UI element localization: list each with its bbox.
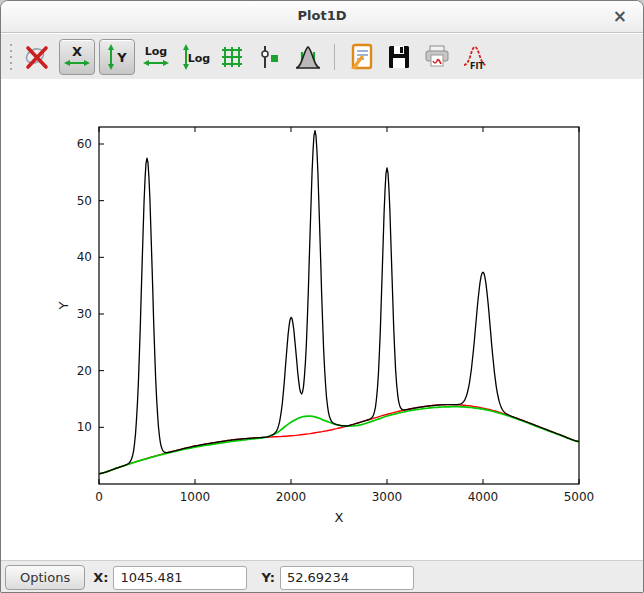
- grid-toggle-button[interactable]: [215, 39, 249, 75]
- svg-text:1000: 1000: [180, 490, 211, 504]
- floppy-save-icon: [384, 42, 414, 72]
- statusbar: Options X: Y:: [1, 560, 643, 593]
- toggle-points-button[interactable]: [253, 39, 287, 75]
- svg-text:60: 60: [77, 137, 92, 151]
- window-title: Plot1D: [1, 8, 643, 23]
- y-log-button[interactable]: Log: [177, 39, 211, 75]
- svg-text:30: 30: [77, 307, 92, 321]
- svg-text:0: 0: [95, 490, 103, 504]
- svg-text:5000: 5000: [564, 490, 595, 504]
- fit-button[interactable]: FIT: [458, 39, 492, 75]
- svg-text:2000: 2000: [276, 490, 307, 504]
- y-coordinate-label: Y:: [261, 570, 274, 585]
- close-button[interactable]: ×: [613, 5, 627, 27]
- y-autoscale-button[interactable]: Y: [99, 39, 135, 75]
- zoom-reset-icon: [23, 42, 53, 72]
- svg-text:X: X: [335, 510, 344, 525]
- copy-to-clipboard-button[interactable]: [344, 39, 378, 75]
- x-autoscale-icon: X: [62, 42, 92, 72]
- plot1d-window: Plot1D × X Y: [0, 0, 644, 593]
- save-button[interactable]: [382, 39, 416, 75]
- svg-text:4000: 4000: [468, 490, 499, 504]
- svg-text:20: 20: [77, 364, 92, 378]
- y-log-icon: Log: [178, 42, 210, 72]
- x-log-icon: Log: [140, 42, 172, 72]
- svg-text:50: 50: [77, 194, 92, 208]
- y-autoscale-icon: Y: [102, 42, 132, 72]
- x-coordinate-field[interactable]: [113, 566, 247, 590]
- smooth-button[interactable]: [291, 39, 325, 75]
- grid-icon: [217, 42, 247, 72]
- x-log-button[interactable]: Log: [139, 39, 173, 75]
- svg-text:Y: Y: [56, 301, 71, 310]
- toolbar: X Y Log: [1, 34, 643, 79]
- plot-figure: 010002000300040005000102030405060XY: [1, 79, 644, 561]
- zoom-reset-button[interactable]: [21, 39, 55, 75]
- svg-text:10: 10: [77, 420, 92, 434]
- x-coordinate-label: X:: [93, 570, 108, 585]
- printer-icon: [422, 42, 452, 72]
- x-autoscale-button[interactable]: X: [59, 39, 95, 75]
- svg-text:Y: Y: [116, 50, 127, 65]
- toolbar-separator: [334, 44, 335, 70]
- svg-text:X: X: [72, 44, 82, 59]
- svg-text:Log: Log: [145, 45, 167, 58]
- y-coordinate-field[interactable]: [280, 566, 414, 590]
- clipboard-icon: [346, 42, 376, 72]
- toggle-points-icon: [255, 42, 285, 72]
- options-button[interactable]: Options: [5, 565, 85, 590]
- plot-canvas[interactable]: 010002000300040005000102030405060XY: [1, 79, 644, 561]
- svg-text:Log: Log: [188, 52, 210, 65]
- svg-text:40: 40: [77, 250, 92, 264]
- svg-text:3000: 3000: [372, 490, 403, 504]
- svg-text:FIT: FIT: [470, 62, 484, 71]
- peak-shape-icon: [293, 42, 323, 72]
- titlebar: Plot1D ×: [1, 1, 643, 33]
- print-button[interactable]: [420, 39, 454, 75]
- toolbar-grip[interactable]: [9, 44, 13, 70]
- fit-icon: FIT: [460, 42, 490, 72]
